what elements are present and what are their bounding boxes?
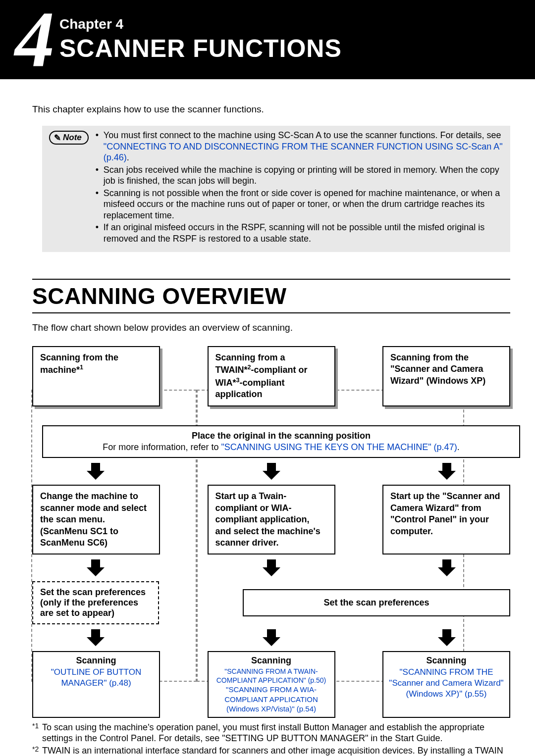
note-list: You must first connect to the machine us… — [96, 130, 503, 245]
chapter-number: 4 — [15, 0, 54, 79]
flow-box-title: Scanning — [251, 655, 291, 665]
chapter-label: Chapter 4 — [59, 16, 342, 32]
chapter-header: 4 Chapter 4 SCANNER FUNCTIONS — [0, 0, 535, 79]
flow-box-start-wizard: Start up the "Scanner and Camera Wizard"… — [382, 485, 510, 554]
flow-box-scanning-wizard: Scanning "SCANNING FROM THE "Scanner and… — [382, 651, 510, 717]
flow-box-title: Scanning — [426, 655, 466, 665]
down-arrow-icon — [438, 629, 456, 646]
text: TWAIN* — [215, 365, 248, 375]
text: -compliant or — [251, 365, 308, 375]
superscript: 1 — [80, 364, 83, 371]
footnote: *2TWAIN is an international interface st… — [32, 745, 510, 756]
flow-row-mid: Change the machine to scanner mode and s… — [32, 485, 510, 554]
superscript: 2 — [248, 364, 251, 371]
flow-box-title: Place the original in the scanning posit… — [192, 431, 371, 441]
flow-box-scan-wizard: Scanning from the "Scanner and Camera Wi… — [382, 346, 510, 406]
page-content: This chapter explains how to use the sca… — [0, 79, 535, 756]
note-box: Note You must first connect to the machi… — [42, 126, 510, 252]
flow-link[interactable]: "SCANNING FROM A TWAIN-COMPLIANT APPLICA… — [212, 667, 331, 685]
note-item: If an original misfeed occurs in the RSP… — [96, 222, 503, 244]
section-heading: SCANNING OVERVIEW — [32, 279, 510, 313]
note-item: Scan jobs received while the machine is … — [96, 164, 503, 187]
flow-box-scanning-twain: Scanning "SCANNING FROM A TWAIN-COMPLIAN… — [208, 651, 335, 717]
down-arrow-icon — [263, 463, 280, 480]
chapter-title: SCANNER FUNCTIONS — [59, 34, 342, 63]
down-arrow-icon — [87, 629, 105, 646]
arrow-row — [32, 463, 510, 480]
flow-row-prefs: Set the scan preferences (only if the pr… — [32, 581, 510, 624]
text: WIA* — [215, 378, 236, 388]
footnote-mark: *2 — [32, 745, 42, 756]
flow-row-top: Scanning from the machine*1 Scanning fro… — [32, 346, 510, 406]
down-arrow-icon — [438, 463, 456, 480]
arrow-row — [32, 629, 510, 646]
down-arrow-icon — [87, 463, 105, 480]
note-badge: Note — [49, 131, 89, 145]
superscript: 3 — [236, 377, 240, 384]
flow-box-place-original: Place the original in the scanning posit… — [42, 425, 520, 458]
flow-box-title: Scanning — [76, 655, 116, 665]
text: Scanning from a — [215, 353, 285, 362]
down-arrow-icon — [87, 559, 105, 576]
flow-row-scan: Scanning "OUTLINE OF BUTTON MANAGER" (p.… — [32, 651, 510, 717]
flow-box-change-mode: Change the machine to scanner mode and s… — [32, 485, 160, 554]
down-arrow-icon — [438, 559, 456, 576]
footnote: *1To scan using the machine's operation … — [32, 722, 510, 744]
flow-box-prefs-conditional: Set the scan preferences (only if the pr… — [32, 581, 159, 624]
flow-link[interactable]: "OUTLINE OF BUTTON MANAGER" (p.48) — [36, 667, 156, 689]
note-text: You must first connect to the machine us… — [104, 130, 501, 140]
down-arrow-icon — [263, 629, 280, 646]
flow-box-scan-twain-wia: Scanning from a TWAIN*2-compliant or WIA… — [208, 346, 335, 406]
flow-link[interactable]: "SCANNING USING THE KEYS ON THE MACHINE"… — [221, 442, 457, 452]
note-item: You must first connect to the machine us… — [96, 130, 503, 163]
intro-text: This chapter explains how to use the sca… — [32, 104, 510, 115]
flow-link[interactable]: "SCANNING FROM A WIA-COMPLIANT APPLICATI… — [212, 685, 331, 714]
note-link[interactable]: "CONNECTING TO AND DISCONNECTING FROM TH… — [104, 142, 503, 163]
footnote-text: TWAIN is an international interface stan… — [42, 745, 510, 756]
text: . — [457, 442, 460, 452]
down-arrow-icon — [263, 559, 280, 576]
flow-box-scanning-machine: Scanning "OUTLINE OF BUTTON MANAGER" (p.… — [32, 651, 160, 717]
flow-intro: The flow chart shown below provides an o… — [32, 322, 510, 333]
flow-box-scan-machine: Scanning from the machine*1 — [32, 346, 160, 406]
flow-link[interactable]: "SCANNING FROM THE "Scanner and Camera W… — [386, 667, 506, 700]
chapter-title-block: Chapter 4 SCANNER FUNCTIONS — [59, 16, 342, 63]
footnote-text: To scan using the machine's operation pa… — [42, 722, 510, 744]
arrow-row — [32, 559, 510, 576]
flow-box-start-app: Start up a Twain-compliant or WIA-compli… — [208, 485, 335, 554]
flowchart: Scanning from the machine*1 Scanning fro… — [32, 346, 510, 718]
footnotes: *1To scan using the machine's operation … — [32, 722, 510, 756]
footnote-mark: *1 — [32, 722, 42, 744]
text: For more information, refer to — [103, 442, 221, 452]
flow-box-prefs: Set the scan preferences — [243, 589, 510, 616]
note-item: Scanning is not possible when the front … — [96, 188, 503, 221]
text: Scanning from the machine* — [40, 353, 118, 375]
note-text-end: . — [127, 152, 129, 162]
